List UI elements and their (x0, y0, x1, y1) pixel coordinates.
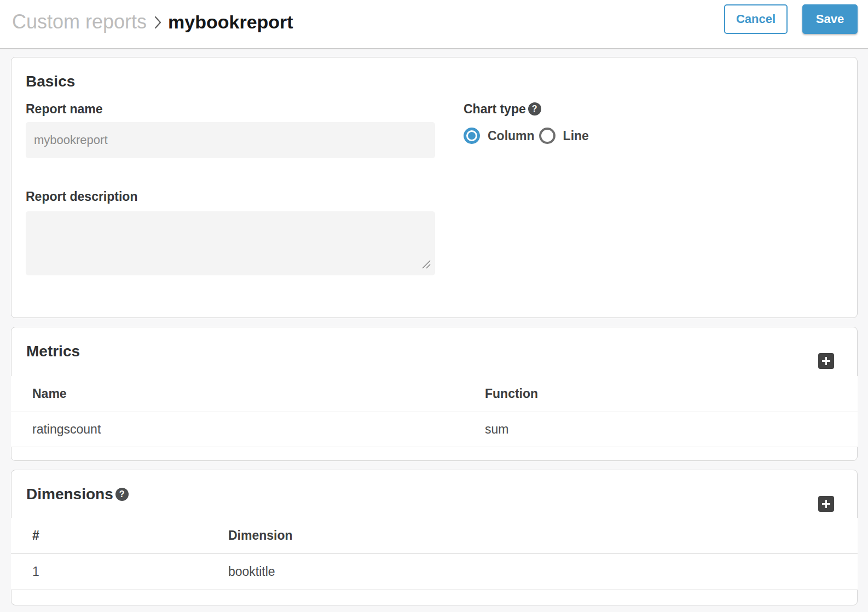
dimensions-col-index: # (11, 518, 228, 553)
metric-name-cell: ratingscount (11, 412, 485, 447)
report-description-label: Report description (26, 189, 435, 204)
radio-unselected-icon[interactable] (539, 128, 555, 144)
dimensions-col-dimension: Dimension (228, 518, 858, 553)
chart-type-label-text: Chart type (464, 101, 526, 117)
metrics-header: Metrics (11, 327, 857, 376)
page-content: Basics Report name Report description Ch… (0, 49, 868, 605)
breadcrumb-parent-link[interactable]: Custom reports (12, 10, 147, 33)
chart-type-options: Column Line (464, 128, 843, 144)
report-name-input[interactable] (26, 122, 435, 158)
basics-card: Basics Report name Report description Ch… (11, 57, 858, 318)
add-metric-button[interactable] (818, 353, 834, 369)
dimensions-title-text: Dimensions (26, 485, 113, 504)
radio-label-line: Line (563, 129, 589, 143)
report-description-input[interactable] (26, 211, 435, 275)
chevron-right-icon (154, 15, 162, 30)
question-mark-icon[interactable]: ? (528, 102, 541, 116)
top-bar: Custom reports mybookreport Cancel Save (0, 0, 868, 49)
metrics-table-row[interactable]: ratingscount sum (11, 412, 858, 447)
dimension-name-cell: booktitle (228, 554, 858, 590)
plus-icon (821, 356, 831, 366)
report-description-wrap (26, 211, 435, 275)
dimensions-header: Dimensions ? (11, 470, 857, 518)
radio-label-column: Column (488, 129, 535, 143)
chart-type-section: Chart type ? Column Line (464, 101, 843, 275)
breadcrumb: Custom reports mybookreport (12, 10, 293, 33)
metrics-col-name: Name (11, 376, 485, 412)
question-mark-icon[interactable]: ? (115, 488, 129, 501)
chart-type-label: Chart type ? (464, 101, 843, 117)
dimensions-table: # Dimension 1 booktitle (11, 518, 858, 590)
metrics-table-header: Name Function (11, 376, 858, 412)
report-name-label: Report name (26, 101, 435, 117)
metrics-table: Name Function ratingscount sum (11, 376, 858, 447)
add-dimension-button[interactable] (818, 496, 834, 512)
dimensions-card: Dimensions ? # Dimension 1 booktitle (11, 470, 858, 605)
dimensions-title: Dimensions ? (26, 485, 857, 504)
dimensions-table-row[interactable]: 1 booktitle (11, 554, 858, 590)
plus-icon (821, 499, 831, 509)
chart-type-option-column[interactable]: Column (464, 128, 535, 144)
basics-grid: Report name Report description Chart typ… (26, 101, 843, 275)
save-button[interactable]: Save (802, 4, 858, 34)
basics-title: Basics (26, 72, 843, 91)
dimension-index-cell: 1 (11, 554, 228, 590)
metric-function-cell: sum (485, 412, 858, 447)
metrics-card: Metrics Name Function ratingscount sum (11, 327, 858, 461)
breadcrumb-current: mybookreport (168, 11, 293, 33)
chart-type-option-line[interactable]: Line (539, 128, 589, 144)
metrics-col-function: Function (485, 376, 858, 412)
basics-left-column: Report name Report description (26, 101, 435, 275)
dimensions-table-header: # Dimension (11, 518, 858, 554)
cancel-button[interactable]: Cancel (724, 4, 788, 34)
metrics-title: Metrics (26, 342, 857, 361)
topbar-actions: Cancel Save (724, 4, 858, 34)
radio-selected-icon[interactable] (464, 128, 480, 144)
